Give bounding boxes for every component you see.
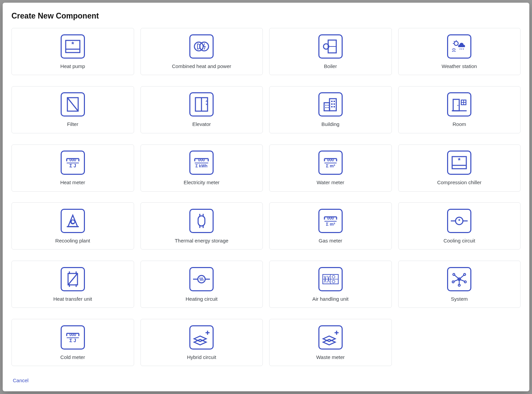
svg-text:Σ J: Σ J [69,163,76,168]
electricity-meter-icon: 000Σ kWh [189,151,214,175]
svg-point-78 [452,281,454,283]
component-label: Air handling unit [312,296,349,302]
svg-text:000: 000 [69,332,76,337]
svg-rect-16 [324,103,330,111]
component-label: Boiler [324,63,337,69]
svg-text:000: 000 [69,158,76,162]
cancel-button[interactable]: Cancel [11,375,30,385]
svg-line-75 [459,275,464,279]
component-card-thermal-energy-storage[interactable]: Thermal energy storage [140,202,263,250]
svg-rect-19 [327,105,328,106]
component-label: Gas meter [319,238,342,243]
heat-pump-icon: * [61,34,85,59]
component-card-air-handling-unit[interactable]: Air handling unit [269,261,392,308]
svg-text:Σ m³: Σ m³ [326,222,335,227]
component-card-weather-station[interactable]: Weather station [398,28,521,75]
component-card-room[interactable]: Room [398,86,521,133]
water-meter-icon: 000Σ m³ [318,151,343,175]
component-card-heat-meter[interactable]: 000Σ JHeat meter [11,144,134,192]
svg-rect-25 [334,103,335,105]
heat-transfer-unit-icon [61,267,85,291]
component-grid: *Heat pumpCombined heat and powerBoilerW… [11,28,521,371]
svg-rect-23 [334,101,335,102]
component-label: Water meter [317,179,344,185]
svg-rect-22 [331,101,333,102]
svg-point-30 [458,105,459,106]
component-card-elevator[interactable]: Elevator [140,86,263,133]
svg-point-70 [332,275,335,278]
component-label: Hybrid circuit [187,354,216,360]
component-label: Heat meter [60,179,85,185]
component-card-water-meter[interactable]: 000Σ m³Water meter [269,144,392,192]
component-label: Electricity meter [184,179,220,185]
component-card-filter[interactable]: Filter [11,86,134,133]
component-label: Compression chiller [437,179,481,185]
component-card-compression-chiller[interactable]: *Compression chiller [398,144,521,192]
component-label: Heat pump [60,63,85,69]
component-card-system[interactable]: System [398,261,521,308]
component-label: Heat transfer unit [53,296,92,302]
component-label: Thermal energy storage [175,238,228,243]
svg-text:*: * [458,218,461,224]
component-label: System [451,296,468,302]
building-icon [318,92,343,117]
compression-chiller-icon: * [447,151,471,175]
component-card-combined-heat-and-power[interactable]: Combined heat and power [140,28,263,75]
svg-text:000: 000 [327,216,334,221]
waste-meter-icon [318,325,343,350]
weather-station-icon [447,34,471,59]
svg-line-56 [68,273,77,285]
modal-title: Create New Component [11,11,521,21]
svg-rect-27 [334,106,335,107]
system-icon [447,267,471,291]
air-handling-unit-icon [318,267,343,291]
svg-point-74 [453,273,455,275]
component-card-heat-pump[interactable]: *Heat pump [11,28,134,75]
room-icon [447,92,471,117]
svg-line-73 [454,275,459,279]
svg-point-71 [332,280,335,283]
component-card-hybrid-circuit[interactable]: Hybrid circuit [140,319,263,366]
component-label: Filter [67,121,78,127]
component-label: Weather station [442,63,477,69]
component-card-recooling-plant[interactable]: Recooling plant [11,202,134,250]
svg-rect-26 [331,106,333,107]
cold-meter-icon: 000Σ J [61,325,85,350]
svg-text:Σ J: Σ J [69,338,76,343]
create-component-modal: Create New Component *Heat pumpCombined … [3,3,529,391]
component-card-cold-meter[interactable]: 000Σ JCold meter [11,319,134,366]
svg-text:Σ m³: Σ m³ [326,163,335,168]
component-card-boiler[interactable]: Boiler [269,28,392,75]
filter-icon [61,92,85,117]
svg-text:000: 000 [327,158,334,162]
svg-point-82 [458,284,460,286]
svg-rect-29 [453,99,459,111]
svg-rect-21 [327,107,328,108]
component-card-cooling-circuit[interactable]: *Cooling circuit [398,202,521,250]
component-card-waste-meter[interactable]: Waste meter [269,319,392,366]
component-card-gas-meter[interactable]: 000Σ m³Gas meter [269,202,392,250]
combined-heat-and-power-icon [189,34,214,59]
recooling-plant-icon [61,209,85,233]
thermal-energy-storage-icon [189,209,214,233]
component-card-heating-circuit[interactable]: Heating circuit [140,261,263,308]
component-card-building[interactable]: Building [269,86,392,133]
svg-text:Σ kWh: Σ kWh [195,164,208,168]
component-label: Cold meter [60,354,85,360]
svg-point-8 [454,41,458,45]
svg-rect-17 [330,99,336,111]
svg-rect-18 [325,105,326,106]
svg-text:000: 000 [198,158,205,162]
gas-meter-icon: 000Σ m³ [318,209,343,233]
component-card-heat-transfer-unit[interactable]: Heat transfer unit [11,261,134,308]
component-label: Recooling plant [55,238,90,243]
component-label: Waste meter [316,354,345,360]
svg-text:*: * [458,157,461,164]
boiler-icon [318,34,343,59]
svg-point-76 [464,273,466,275]
component-card-electricity-meter[interactable]: 000Σ kWhElectricity meter [140,144,263,192]
svg-rect-45 [198,216,205,226]
svg-point-80 [464,281,466,283]
component-label: Room [452,121,466,127]
component-label: Building [321,121,339,127]
